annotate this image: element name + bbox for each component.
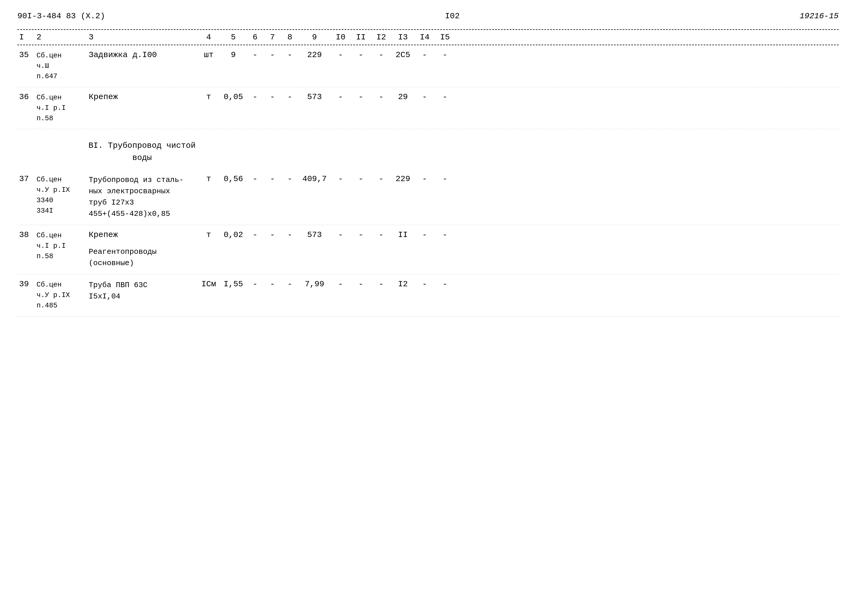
row-unit: т bbox=[197, 92, 220, 101]
row-col6: - bbox=[246, 230, 264, 239]
row-col5: 0,02 bbox=[220, 230, 246, 239]
column-header-row: I 2 3 4 5 6 7 8 9 I0 II I2 I3 I4 I5 bbox=[17, 29, 839, 45]
row-col11: - bbox=[351, 51, 371, 59]
row-col14: - bbox=[414, 92, 435, 101]
row-desc: Трубопровод из сталь- ных электросварных… bbox=[87, 174, 197, 220]
row-col12: - bbox=[371, 280, 391, 289]
row-desc: Крепеж bbox=[87, 92, 197, 101]
row-col13: I2 bbox=[391, 280, 414, 289]
table-row: 35 Сб.цен ч.Ш п.647 Задвижка д.I00 шт 9 … bbox=[17, 45, 839, 87]
row-col11: - bbox=[351, 174, 371, 183]
col-header-11: II bbox=[351, 33, 371, 42]
row-unit: т bbox=[197, 230, 220, 239]
col-header-14: I4 bbox=[414, 33, 435, 42]
header-left: 90I-3-484 83 (X.2) bbox=[17, 12, 105, 21]
row-ref: Сб.цен ч.I р.I п.58 bbox=[35, 230, 87, 262]
row-col8: - bbox=[281, 174, 299, 183]
row-col7: - bbox=[264, 51, 281, 59]
row-num: 37 bbox=[17, 174, 35, 183]
row-unit: шт bbox=[197, 51, 220, 59]
row-col6: - bbox=[246, 280, 264, 289]
row-col5: 0,56 bbox=[220, 174, 246, 183]
row-col9: 409,7 bbox=[299, 174, 331, 183]
row-num: 35 bbox=[17, 51, 35, 59]
row-col13: 2С5 bbox=[391, 51, 414, 59]
row-col11: - bbox=[351, 92, 371, 101]
table-container: I 2 3 4 5 6 7 8 9 I0 II I2 I3 I4 I5 35 С… bbox=[17, 29, 839, 316]
row-desc: Задвижка д.I00 bbox=[87, 51, 197, 59]
col-header-10: I0 bbox=[331, 33, 351, 42]
row-col5: 9 bbox=[220, 51, 246, 59]
page-header: 90I-3-484 83 (X.2) I02 19216-15 bbox=[17, 12, 839, 21]
row-num: 38 bbox=[17, 230, 35, 239]
row-col5: I,55 bbox=[220, 280, 246, 289]
row-col8: - bbox=[281, 92, 299, 101]
col-header-9: 9 bbox=[299, 33, 331, 42]
row-col15: - bbox=[435, 51, 455, 59]
section-header: BI. Трубопровод чистойводы bbox=[17, 129, 839, 172]
row-col14: - bbox=[414, 51, 435, 59]
header-center: I02 bbox=[445, 12, 459, 21]
row-col7: - bbox=[264, 230, 281, 239]
col-header-13: I3 bbox=[391, 33, 414, 42]
row-col5: 0,05 bbox=[220, 92, 246, 101]
col-header-8: 8 bbox=[281, 33, 299, 42]
row-col7: - bbox=[264, 174, 281, 183]
row-col8: - bbox=[281, 230, 299, 239]
row-num: 39 bbox=[17, 280, 35, 289]
row-desc-with-extra: Крепеж Реагентопроводы(основные) bbox=[87, 230, 197, 269]
row-col10: - bbox=[331, 174, 351, 183]
row-desc-main: Крепеж bbox=[89, 230, 196, 239]
row-ref: Сб.цен ч.I р.I п.58 bbox=[35, 92, 87, 124]
row-ref: Сб.цен ч.Ш п.647 bbox=[35, 51, 87, 82]
row-col10: - bbox=[331, 51, 351, 59]
row-unit: т bbox=[197, 174, 220, 183]
row-col10: - bbox=[331, 230, 351, 239]
row-col11: - bbox=[351, 230, 371, 239]
col-header-3: 3 bbox=[87, 33, 197, 42]
row-col12: - bbox=[371, 51, 391, 59]
col-header-4: 4 bbox=[197, 33, 220, 42]
col-header-2: 2 bbox=[35, 33, 87, 42]
row-col9: 573 bbox=[299, 230, 331, 239]
row-col12: - bbox=[371, 92, 391, 101]
row-col6: - bbox=[246, 174, 264, 183]
row-col6: - bbox=[246, 92, 264, 101]
row-col11: - bbox=[351, 280, 371, 289]
row-col14: - bbox=[414, 230, 435, 239]
row-col10: - bbox=[331, 280, 351, 289]
table-row: 39 Сб.цен ч.У р.IX п.485 Труба ПВП 63С I… bbox=[17, 274, 839, 316]
row-col14: - bbox=[414, 174, 435, 183]
table-row: 38 Сб.цен ч.I р.I п.58 Крепеж Реагентопр… bbox=[17, 225, 839, 274]
row-col12: - bbox=[371, 174, 391, 183]
col-header-15: I5 bbox=[435, 33, 455, 42]
col-header-7: 7 bbox=[264, 33, 281, 42]
row-ref: Сб.цен ч.У р.IX 3340 334I bbox=[35, 174, 87, 216]
row-col9: 573 bbox=[299, 92, 331, 101]
row-col7: - bbox=[264, 92, 281, 101]
row-col8: - bbox=[281, 280, 299, 289]
row-col7: - bbox=[264, 280, 281, 289]
row-col13: 29 bbox=[391, 92, 414, 101]
section-title: BI. Трубопровод чистойводы bbox=[87, 135, 197, 169]
row-desc: Труба ПВП 63С I5xI,04 bbox=[87, 280, 197, 302]
row-col10: - bbox=[331, 92, 351, 101]
col-header-12: I2 bbox=[371, 33, 391, 42]
col-header-5: 5 bbox=[220, 33, 246, 42]
table-row: 37 Сб.цен ч.У р.IX 3340 334I Трубопровод… bbox=[17, 172, 839, 225]
table-row: 36 Сб.цен ч.I р.I п.58 Крепеж т 0,05 - -… bbox=[17, 87, 839, 129]
row-unit: ICм bbox=[197, 280, 220, 289]
row-col14: - bbox=[414, 280, 435, 289]
row-col9: 229 bbox=[299, 51, 331, 59]
col-header-1: I bbox=[17, 33, 35, 42]
row-col9: 7,99 bbox=[299, 280, 331, 289]
row-col12: - bbox=[371, 230, 391, 239]
row-ref: Сб.цен ч.У р.IX п.485 bbox=[35, 280, 87, 311]
row-col15: - bbox=[435, 174, 455, 183]
row-col13: 229 bbox=[391, 174, 414, 183]
header-right: 19216-15 bbox=[800, 12, 839, 21]
row-col15: - bbox=[435, 280, 455, 289]
row-col6: - bbox=[246, 51, 264, 59]
row-desc-sub: Реагентопроводы(основные) bbox=[89, 246, 196, 269]
row-col15: - bbox=[435, 230, 455, 239]
